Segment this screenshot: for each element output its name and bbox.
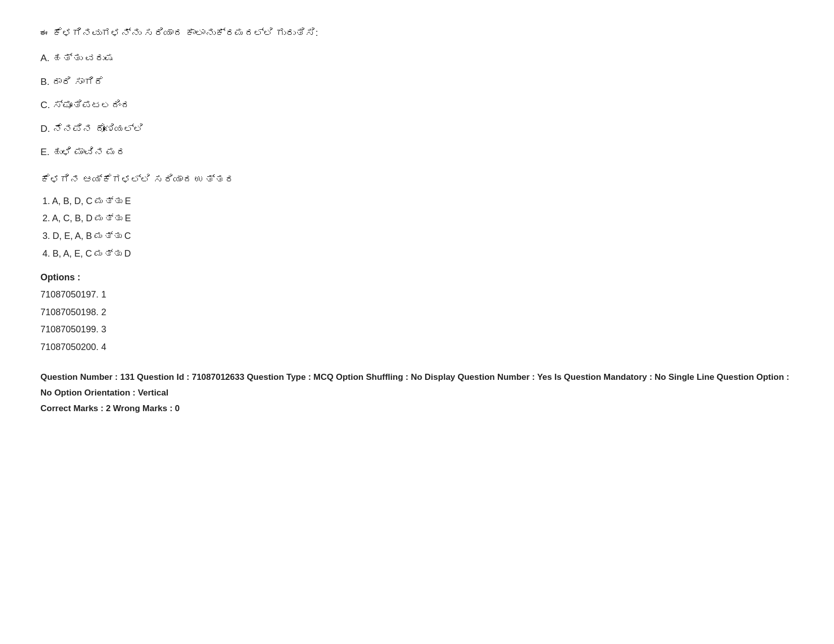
option-b: B. ದಾರಿ ಸಾಗಿದೆ bbox=[40, 74, 794, 89]
option-code-1-code: 71087050197. bbox=[40, 289, 99, 300]
answer-2-text: A, C, B, D ಮತ್ತು E bbox=[52, 213, 131, 223]
option-e-label: E. bbox=[40, 146, 50, 157]
option-c: C. ಸ್ಫೂತಿಪಟಲದಿಂದ bbox=[40, 97, 794, 113]
answer-3-text: D, E, A, B ಮತ್ತು C bbox=[53, 231, 131, 241]
meta-section: Question Number : 131 Question Id : 7108… bbox=[40, 370, 794, 416]
option-code-3-code: 71087050199. bbox=[40, 324, 99, 334]
options-list: A. ಹತ್ತು ವರುಷ B. ದಾರಿ ಸಾಗಿದೆ C. ಸ್ಫೂತಿಪಟ… bbox=[40, 51, 794, 160]
option-code-2-code: 71087050198. bbox=[40, 307, 99, 317]
option-code-3: 71087050199. 3 bbox=[40, 322, 794, 337]
option-a: A. ಹತ್ತು ವರುಷ bbox=[40, 51, 794, 66]
question-container: ಈ ಕೆಳಗಿನವುಗಳನ್ನು ಸರಿಯಾದ ಕಾಲಾನುಕ್ರಮದಲ್ಲಿ … bbox=[40, 25, 794, 416]
question-main-text: ಈ ಕೆಳಗಿನವುಗಳನ್ನು ಸರಿಯಾದ ಕಾಲಾನುಕ್ರಮದಲ್ಲಿ … bbox=[40, 25, 794, 40]
option-code-3-value: 3 bbox=[101, 324, 106, 334]
option-code-1: 71087050197. 1 bbox=[40, 287, 794, 303]
option-a-label: A. bbox=[40, 53, 50, 63]
answer-label: ಕೆಳಗಿನ ಆಯ್ಕೆಗಳಲ್ಲಿ ಸರಿಯಾದ ಉತ್ತರ bbox=[40, 172, 794, 187]
option-c-label: C. bbox=[40, 100, 50, 110]
answer-2: 2. A, C, B, D ಮತ್ತು E bbox=[40, 211, 794, 226]
answer-3: 3. D, E, A, B ಮತ್ತು C bbox=[40, 228, 794, 244]
option-code-1-value: 1 bbox=[101, 289, 106, 300]
option-d: D. ನೆನಪಿನ ದೋಣಿಯಲ್ಲಿ bbox=[40, 121, 794, 136]
answers-list: 1. A, B, D, C ಮತ್ತು E 2. A, C, B, D ಮತ್ತ… bbox=[40, 193, 794, 261]
option-c-text: ಸ್ಫೂತಿಪಟಲದಿಂದ bbox=[53, 100, 130, 110]
answer-4: 4. B, A, E, C ಮತ್ತು D bbox=[40, 246, 794, 262]
option-code-4-code: 71087050200. bbox=[40, 342, 99, 352]
answer-3-num: 3. bbox=[42, 231, 50, 241]
option-code-2: 71087050198. 2 bbox=[40, 305, 794, 320]
option-e: E. ಹುಳಿ ಮಾವಿನ ಮರ bbox=[40, 144, 794, 160]
meta-line2: Correct Marks : 2 Wrong Marks : 0 bbox=[40, 401, 794, 417]
meta-line1: Question Number : 131 Question Id : 7108… bbox=[40, 370, 794, 401]
option-b-label: B. bbox=[40, 76, 50, 87]
option-b-text: ದಾರಿ ಸಾಗಿದೆ bbox=[52, 76, 103, 87]
answer-1: 1. A, B, D, C ಮತ್ತು E bbox=[40, 193, 794, 209]
option-a-text: ಹತ್ತು ವರುಷ bbox=[52, 53, 113, 63]
answer-2-num: 2. bbox=[42, 213, 50, 223]
answer-4-num: 4. bbox=[42, 249, 50, 259]
option-e-text: ಹುಳಿ ಮಾವಿನ ಮರ bbox=[52, 146, 126, 157]
option-code-2-value: 2 bbox=[101, 307, 106, 317]
answer-1-text: A, B, D, C ಮತ್ತು E bbox=[52, 196, 131, 206]
answer-1-num: 1. bbox=[42, 196, 50, 206]
option-code-4: 71087050200. 4 bbox=[40, 339, 794, 355]
option-d-label: D. bbox=[40, 123, 50, 134]
options-heading: Options : bbox=[40, 272, 794, 283]
answer-4-text: B, A, E, C ಮತ್ತು D bbox=[53, 249, 131, 259]
option-code-4-value: 4 bbox=[101, 342, 106, 352]
option-d-text: ನೆನಪಿನ ದೋಣಿಯಲ್ಲಿ bbox=[53, 123, 143, 134]
option-codes-list: 71087050197. 1 71087050198. 2 7108705019… bbox=[40, 287, 794, 355]
